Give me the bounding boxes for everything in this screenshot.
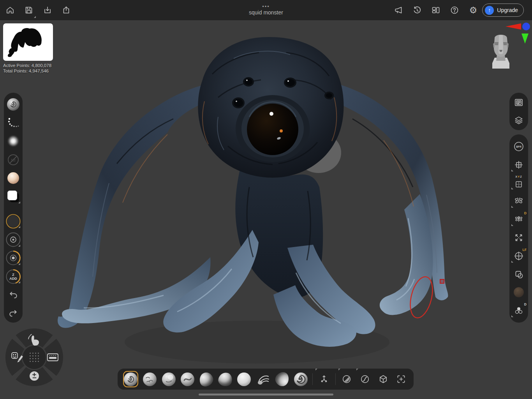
brush-thumb-swirl — [124, 373, 137, 386]
left-tool-rail: ZADD — [4, 93, 23, 323]
symmetry-button[interactable] — [509, 192, 528, 210]
brush-vortex[interactable] — [294, 371, 308, 387]
intensity-dial-button[interactable] — [4, 230, 23, 249]
brush-inflate[interactable] — [161, 371, 176, 387]
brush-smooth[interactable] — [237, 371, 251, 387]
matcap-dim-icon — [514, 287, 524, 297]
megaphone-icon — [394, 5, 403, 15]
falloff-button[interactable] — [4, 132, 23, 150]
y-axis-green-icon — [521, 34, 528, 44]
settings-button[interactable]: ⚙ — [464, 0, 483, 20]
corner-mark — [511, 261, 513, 263]
corner-mark — [511, 169, 513, 171]
top-toolbar: ••• squid monster ⚙ — [0, 0, 532, 20]
color-button[interactable] — [4, 187, 23, 206]
brush-thumb-scurve — [181, 373, 194, 386]
xyz-planes-button[interactable]: XYZ — [509, 174, 528, 191]
selection-tool-button[interactable] — [358, 371, 372, 387]
corner-mark — [511, 206, 513, 208]
undo-button[interactable] — [4, 286, 23, 304]
d-badge-gray: D — [524, 302, 527, 306]
camera-orientation-head[interactable] — [488, 30, 514, 72]
cube-icon — [378, 374, 388, 384]
brush-thumb-claw — [255, 372, 270, 387]
sculpt-viewport[interactable] — [0, 0, 532, 399]
alpha-button[interactable] — [4, 150, 23, 169]
help-icon — [450, 5, 459, 15]
corner-mark — [511, 187, 513, 189]
corner-mark — [18, 226, 20, 228]
z-axis-blue-icon — [522, 23, 530, 30]
mask-tool-button[interactable] — [340, 371, 354, 387]
quick-access-wheel — [1, 324, 67, 390]
big-eye — [236, 95, 310, 162]
bpr-render-button[interactable]: BPR — [509, 138, 528, 155]
dynamics-dial-button[interactable] — [4, 249, 23, 267]
selection-circle-icon — [360, 374, 370, 384]
lf-badge: LF — [523, 248, 527, 252]
brush-pinch[interactable] — [199, 371, 213, 387]
matcap-button[interactable] — [509, 284, 528, 301]
falloff-icon — [7, 135, 19, 147]
duplicate-button[interactable] — [509, 266, 528, 283]
brush-clay-swirl[interactable] — [123, 371, 138, 387]
brush-move[interactable] — [180, 371, 195, 387]
corner-mark — [18, 201, 20, 203]
corner-mark — [511, 224, 513, 226]
right-panel-rail — [509, 93, 528, 130]
xyz-box-icon — [514, 180, 523, 189]
corner-flag — [338, 369, 340, 371]
undo-icon — [8, 290, 18, 300]
model-silhouette — [5, 25, 51, 59]
brush-thumb-lumpy — [143, 373, 157, 386]
material-button[interactable] — [4, 169, 23, 187]
brush-thumb-smooth — [237, 373, 251, 386]
scene-panel-button[interactable] — [509, 94, 528, 111]
vertex-cluster-button[interactable]: D — [509, 302, 528, 319]
home-indicator-bar[interactable] — [199, 394, 333, 395]
layout-button[interactable] — [426, 0, 445, 20]
tentacle-mid-right[interactable] — [380, 194, 433, 315]
brush-flatten[interactable] — [275, 371, 289, 387]
radius-dial-button[interactable] — [4, 212, 23, 230]
brush-thumb-point — [198, 371, 215, 388]
brush-crease[interactable] — [218, 371, 233, 387]
stroke-button[interactable] — [4, 113, 23, 132]
help-button[interactable] — [445, 0, 464, 20]
dynamic-symmetry-button[interactable]: D — [509, 211, 528, 228]
d-badge: D — [524, 211, 527, 215]
primitive-button[interactable] — [376, 371, 390, 387]
gizmo-tool-button[interactable] — [317, 371, 331, 387]
brush-clay-buildup[interactable] — [143, 371, 157, 387]
svg-text:BPR: BPR — [516, 145, 521, 148]
history-button[interactable] — [408, 0, 426, 20]
brush-tray — [118, 369, 414, 390]
tentacle-front-left[interactable] — [163, 230, 259, 332]
upgrade-button[interactable]: ↑ Upgrade — [482, 4, 524, 17]
local-frame-button[interactable]: LF — [509, 247, 528, 265]
history-icon — [412, 5, 422, 15]
vertex-cluster-icon — [513, 305, 524, 316]
zadd-toggle-button[interactable]: ZADD — [4, 267, 23, 286]
wheel-center-grid-button[interactable] — [23, 346, 46, 369]
duplicate-icon — [514, 269, 524, 279]
total-points-label: Total Points: 4,947,546 — [3, 69, 51, 74]
brush-snakehook[interactable] — [255, 371, 270, 387]
layers-panel-button[interactable] — [509, 112, 528, 129]
frame-add-button[interactable] — [394, 371, 408, 387]
material-sphere-icon — [7, 172, 19, 184]
tray-separator — [312, 373, 313, 385]
floor-grid-icon — [514, 160, 524, 170]
gear-icon: ⚙ — [469, 5, 477, 16]
floor-grid-button[interactable] — [509, 156, 528, 173]
model-thumbnail-card[interactable] — [3, 23, 53, 61]
right-view-rail: BPR XYZ D — [509, 134, 528, 323]
title-menu-dots[interactable]: ••• — [262, 5, 270, 9]
redo-button[interactable] — [4, 304, 23, 323]
active-tool-button[interactable] — [4, 95, 23, 113]
frame-add-icon — [396, 374, 406, 384]
frame-view-button[interactable] — [509, 229, 528, 246]
brush-thumb-point2 — [217, 371, 233, 387]
upgrade-label: Upgrade — [497, 7, 518, 13]
announcements-button[interactable] — [389, 0, 408, 20]
